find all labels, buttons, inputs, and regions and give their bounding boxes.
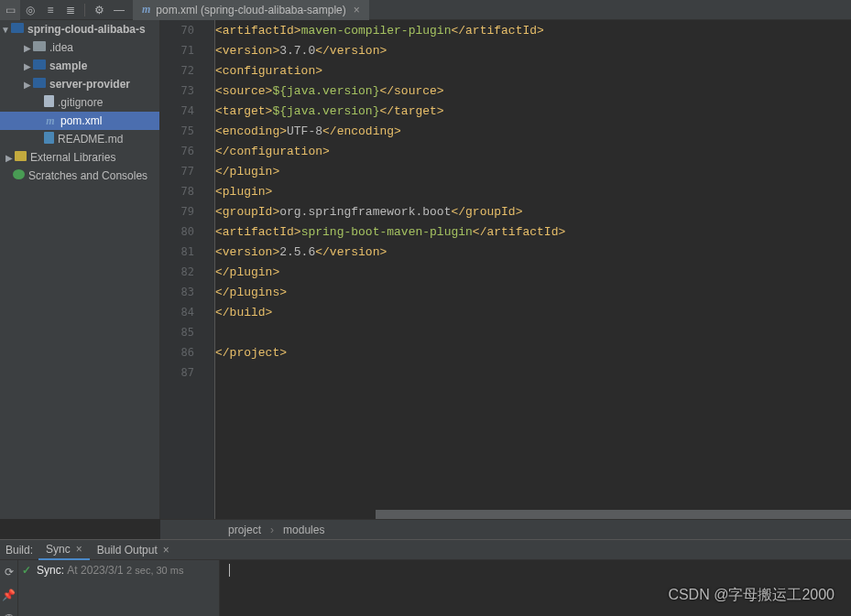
line-number[interactable]: 73 — [160, 81, 214, 101]
close-icon[interactable]: × — [76, 543, 82, 556]
tab-label: pom.xml (spring-cloud-alibaba-sample) — [156, 4, 345, 16]
tree-item[interactable]: ▶server-provider — [0, 75, 159, 93]
hide-icon[interactable]: — — [109, 0, 129, 20]
sync-tab[interactable]: Sync × — [38, 540, 90, 560]
chevron-right-icon[interactable]: ▶ — [4, 153, 15, 163]
check-icon: ✓ — [22, 564, 31, 577]
line-number[interactable]: 72 — [160, 60, 214, 81]
build-label: Build: — [0, 544, 38, 557]
code-line[interactable]: </build> — [215, 302, 851, 322]
h-scrollbar[interactable] — [376, 510, 851, 519]
folder-icon — [33, 41, 49, 54]
build-results: ✓ Sync: At 2023/3/1 2 sec, 30 ms — [18, 560, 220, 616]
code-line[interactable]: <target>${java.version}</target> — [215, 101, 851, 121]
breadcrumb-sep — [270, 524, 274, 536]
code-line[interactable]: </plugin> — [215, 161, 851, 181]
code-line[interactable]: <version>3.7.0</version> — [215, 40, 851, 60]
code-line[interactable]: </plugins> — [215, 282, 851, 302]
folder-icon — [11, 23, 27, 36]
refresh-icon[interactable]: ⟳ — [0, 560, 17, 583]
sync-label: Sync: — [37, 564, 64, 577]
build-output-tab[interactable]: Build Output × — [90, 540, 177, 560]
chevron-icon[interactable]: ▶ — [22, 61, 33, 71]
chevron-down-icon[interactable]: ▼ — [0, 25, 11, 35]
chevron-icon[interactable]: ▶ — [22, 80, 33, 90]
tree-item[interactable]: ▶sample — [0, 57, 159, 75]
tree-item[interactable]: ▶.idea — [0, 38, 159, 57]
build-panel: Build: Sync × Build Output × ⟳ 📌 👁 ✓ Syn… — [0, 539, 851, 616]
tree-label: Scratches and Consoles — [28, 169, 147, 182]
text-cursor — [229, 564, 230, 577]
line-number[interactable]: 84 — [160, 302, 214, 322]
tree-item[interactable]: README.md — [0, 130, 159, 148]
line-number[interactable]: 87 — [160, 362, 214, 383]
line-number[interactable]: 81 — [160, 242, 214, 262]
code-line[interactable]: </configuration> — [215, 141, 851, 161]
line-number[interactable]: 86 — [160, 342, 214, 362]
tree-label: README.md — [58, 133, 123, 146]
sync-result[interactable]: ✓ Sync: At 2023/3/1 2 sec, 30 ms — [22, 564, 215, 577]
tree-label: spring-cloud-alibaba-s — [27, 23, 146, 36]
collapse-icon[interactable]: ≣ — [60, 0, 81, 20]
code-line[interactable]: </plugin> — [215, 262, 851, 282]
code-line[interactable]: <source>${java.version}</source> — [215, 81, 851, 101]
line-number[interactable]: 77 — [160, 161, 214, 181]
library-icon — [15, 151, 30, 164]
scroll-thumb[interactable] — [376, 510, 851, 519]
tree-label: External Libraries — [30, 151, 115, 164]
close-icon[interactable]: × — [163, 544, 169, 557]
line-number[interactable]: 82 — [160, 262, 214, 282]
code-area[interactable]: <artifactId>maven-compiler-plugin</artif… — [215, 20, 851, 519]
main-area: ▼ spring-cloud-alibaba-s ▶.idea▶sample▶s… — [0, 20, 851, 519]
gutter: 707172737475767778798081828384858687 — [160, 20, 215, 519]
scratch-icon — [13, 169, 28, 182]
tree-item[interactable]: .gitignore — [0, 93, 159, 112]
line-number[interactable]: 75 — [160, 121, 214, 141]
line-number[interactable]: 83 — [160, 282, 214, 302]
code-line[interactable]: <plugin> — [215, 181, 851, 201]
line-number[interactable]: 79 — [160, 201, 214, 222]
line-number[interactable]: 76 — [160, 141, 214, 161]
code-line[interactable]: </project> — [215, 342, 851, 362]
build-output-area[interactable] — [220, 560, 851, 616]
external-libraries[interactable]: ▶ External Libraries — [0, 148, 159, 167]
gear-icon[interactable]: ⚙ — [89, 0, 109, 20]
close-icon[interactable]: × — [354, 4, 360, 16]
tree-label: pom.xml — [60, 114, 102, 127]
breadcrumb-modules[interactable]: modules — [283, 524, 324, 536]
line-number[interactable]: 85 — [160, 322, 214, 342]
markdown-icon — [44, 132, 58, 146]
code-line[interactable]: <configuration> — [215, 60, 851, 81]
divider — [84, 4, 85, 16]
pin-icon[interactable]: 📌 — [0, 583, 17, 606]
project-view-icon[interactable]: ▭ — [0, 0, 20, 20]
tree-label: .gitignore — [58, 96, 103, 109]
line-number[interactable]: 70 — [160, 20, 214, 40]
maven-icon: m — [142, 3, 150, 16]
line-number[interactable]: 78 — [160, 181, 214, 201]
line-number[interactable]: 80 — [160, 222, 214, 242]
scratches-consoles[interactable]: Scratches and Consoles — [0, 167, 159, 185]
editor-tab-pom[interactable]: m pom.xml (spring-cloud-alibaba-sample) … — [133, 0, 369, 20]
line-number[interactable]: 74 — [160, 101, 214, 121]
folder-icon — [33, 78, 49, 91]
project-sidebar: ▼ spring-cloud-alibaba-s ▶.idea▶sample▶s… — [0, 20, 160, 519]
chevron-icon[interactable]: ▶ — [22, 43, 33, 53]
breadcrumb-bar: project modules — [160, 519, 851, 539]
code-line[interactable] — [215, 322, 851, 342]
tree-item[interactable]: mpom.xml — [0, 112, 159, 130]
breadcrumb-project[interactable]: project — [228, 524, 261, 536]
expand-icon[interactable]: ≡ — [40, 0, 60, 20]
line-number[interactable]: 71 — [160, 40, 214, 60]
code-line[interactable] — [215, 362, 851, 383]
code-line[interactable]: <artifactId>spring-boot-maven-plugin</ar… — [215, 222, 851, 242]
target-icon[interactable]: ◎ — [20, 0, 40, 20]
code-line[interactable]: <version>2.5.6</version> — [215, 242, 851, 262]
code-line[interactable]: <encoding>UTF-8</encoding> — [215, 121, 851, 141]
tree-label: server-provider — [49, 78, 130, 91]
code-line[interactable]: <groupId>org.springframework.boot</group… — [215, 201, 851, 222]
tree-root[interactable]: ▼ spring-cloud-alibaba-s — [0, 20, 159, 38]
view-icon[interactable]: 👁 — [0, 606, 17, 616]
code-line[interactable]: <artifactId>maven-compiler-plugin</artif… — [215, 20, 851, 40]
build-tabs: Build: Sync × Build Output × — [0, 540, 851, 560]
